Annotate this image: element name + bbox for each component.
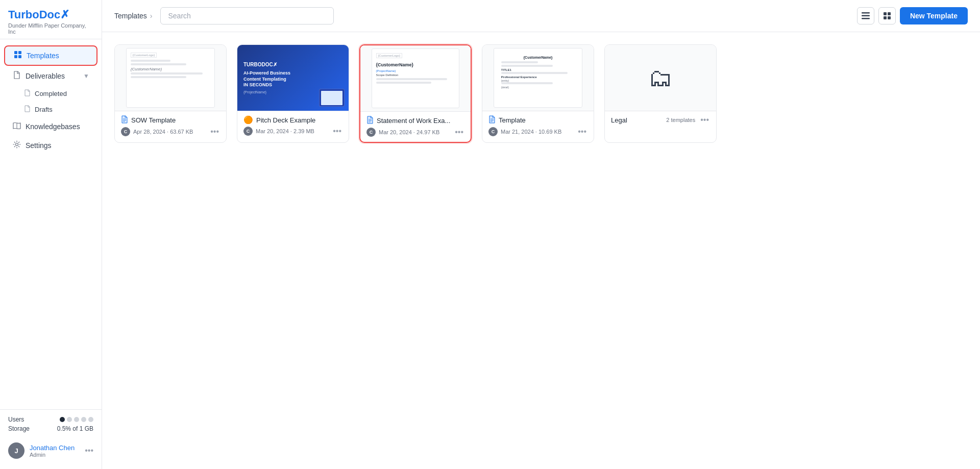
pitch-more-button[interactable]: ••• bbox=[332, 127, 342, 136]
toolbar-right: New Template bbox=[857, 7, 968, 24]
pitch-preview: TURBODOC✗ AI-Powered BusinessContent Tem… bbox=[237, 45, 349, 111]
svg-rect-0 bbox=[14, 51, 17, 54]
pitch-deck-icon: 🟠 bbox=[243, 115, 253, 125]
sow2-doc-preview: {CustomerLogo} {CustomerName} {ProjectNa… bbox=[372, 48, 460, 108]
drafts-icon bbox=[24, 105, 31, 114]
sidebar-item-drafts[interactable]: Drafts bbox=[4, 102, 97, 117]
pitch-screen bbox=[321, 91, 342, 105]
sow2-doc-icon bbox=[366, 116, 374, 126]
template-card-sow[interactable]: {CustomerLogo} {CustomerName} bbox=[114, 44, 227, 143]
user-role: Admin bbox=[30, 452, 80, 458]
user-info: Jonathan Chen Admin bbox=[30, 444, 80, 458]
templates-grid: {CustomerLogo} {CustomerName} bbox=[114, 44, 968, 143]
svg-rect-7 bbox=[862, 15, 870, 17]
pitch-meta: C Mar 20, 2024 · 2.39 MB ••• bbox=[237, 127, 349, 141]
sidebar-item-knowledgebases[interactable]: Knowledgebases bbox=[4, 118, 97, 135]
grid-view-button[interactable] bbox=[878, 7, 896, 24]
dot-3 bbox=[74, 417, 79, 422]
chevron-down-icon: ▼ bbox=[83, 72, 89, 80]
storage-label: Storage bbox=[8, 425, 30, 432]
user-more-icon[interactable]: ••• bbox=[85, 446, 93, 455]
user-dots bbox=[60, 416, 93, 423]
pitch-slide-title: AI-Powered BusinessContent TemplatingIN … bbox=[243, 70, 290, 88]
folder-card-legal[interactable]: 🗂 Legal 2 templates ••• bbox=[604, 44, 717, 143]
svg-rect-9 bbox=[884, 12, 887, 15]
sidebar-item-drafts-label: Drafts bbox=[35, 106, 53, 113]
sow-logo-placeholder: {CustomerLogo} bbox=[131, 53, 157, 58]
svg-rect-10 bbox=[888, 12, 891, 15]
svg-rect-3 bbox=[18, 55, 21, 58]
sow-preview: {CustomerLogo} {CustomerName} bbox=[115, 45, 226, 111]
svg-rect-6 bbox=[862, 12, 870, 14]
card-title-row: SOW Template bbox=[115, 111, 226, 127]
sidebar-item-deliverables-label: Deliverables bbox=[26, 72, 65, 80]
tmpl4-details: {detail} bbox=[501, 86, 575, 89]
knowledgebases-icon bbox=[12, 122, 21, 131]
sidebar-item-knowledgebases-label: Knowledgebases bbox=[26, 122, 80, 131]
svg-point-5 bbox=[16, 143, 18, 146]
sow-meta-avatar: C bbox=[121, 127, 130, 136]
doc-line bbox=[376, 78, 447, 80]
top-bar: Templates › New Temp bbox=[102, 0, 980, 32]
sow2-logo-placeholder: {CustomerLogo} bbox=[376, 53, 402, 58]
sow-doc-icon bbox=[121, 115, 128, 125]
new-template-button[interactable]: New Template bbox=[900, 7, 968, 24]
svg-rect-2 bbox=[14, 55, 17, 58]
tmpl4-section1: TITLE1 bbox=[501, 68, 575, 71]
sidebar-item-completed[interactable]: Completed bbox=[4, 86, 97, 101]
svg-rect-8 bbox=[862, 18, 870, 19]
breadcrumb-templates[interactable]: Templates bbox=[114, 12, 147, 20]
dot-4 bbox=[81, 417, 86, 422]
legal-folder-name: Legal bbox=[611, 116, 662, 124]
search-input[interactable] bbox=[160, 7, 334, 24]
logo-section: TurboDoc✗ Dunder Mifflin Paper Company, … bbox=[0, 0, 102, 39]
tmpl4-content: {CustomerName} TITLE1 Professional Exper… bbox=[498, 53, 578, 92]
pitch-meta-avatar: C bbox=[243, 127, 253, 136]
breadcrumb-separator: › bbox=[150, 12, 153, 20]
user-profile[interactable]: J Jonathan Chen Admin ••• bbox=[8, 438, 93, 463]
storage-value: 0.5% of 1 GB bbox=[57, 425, 93, 432]
sow2-title-row: Statement of Work Exa... bbox=[360, 112, 471, 128]
sow2-project-name: {ProjectName} bbox=[376, 69, 455, 72]
doc-line bbox=[131, 76, 186, 78]
tmpl4-meta-date: Mar 21, 2024 · 10.69 KB bbox=[501, 129, 574, 135]
avatar: J bbox=[8, 442, 24, 459]
legal-folder-more-button[interactable]: ••• bbox=[699, 115, 710, 125]
dot-2 bbox=[67, 417, 72, 422]
sow2-meta-avatar: C bbox=[366, 128, 376, 137]
dot-5 bbox=[88, 417, 93, 422]
sow-meta-date: Apr 28, 2024 · 63.67 KB bbox=[133, 129, 206, 135]
logo-icon: ✗ bbox=[60, 8, 69, 21]
tmpl4-title: Template bbox=[499, 116, 526, 124]
deliverables-icon bbox=[12, 71, 21, 81]
user-name: Jonathan Chen bbox=[30, 444, 80, 452]
pitch-laptop-graphic bbox=[319, 89, 345, 107]
tmpl4-more-button[interactable]: ••• bbox=[577, 127, 587, 136]
sow-meta: C Apr 28, 2024 · 63.67 KB ••• bbox=[115, 127, 226, 141]
doc-line bbox=[501, 61, 538, 63]
pitch-title-row: 🟠 Pitch Deck Example bbox=[237, 111, 349, 127]
tmpl4-preview: {CustomerName} TITLE1 Professional Exper… bbox=[482, 45, 594, 111]
sidebar-item-settings[interactable]: Settings bbox=[4, 136, 97, 155]
template-card-pitch[interactable]: TURBODOC✗ AI-Powered BusinessContent Tem… bbox=[237, 44, 349, 143]
template-card-template[interactable]: {CustomerName} TITLE1 Professional Exper… bbox=[482, 44, 594, 143]
list-view-icon bbox=[862, 12, 870, 19]
template-card-statement-of-work[interactable]: {CustomerLogo} {CustomerName} {ProjectNa… bbox=[359, 44, 472, 143]
sidebar-item-deliverables[interactable]: Deliverables ▼ bbox=[4, 67, 97, 85]
sidebar-footer: Users Storage 0.5% of 1 GB J Jonathan Ch… bbox=[0, 409, 102, 469]
pitch-title: Pitch Deck Example bbox=[256, 116, 315, 124]
sidebar-item-templates-label: Templates bbox=[27, 52, 59, 60]
sidebar-item-templates[interactable]: Templates bbox=[4, 45, 97, 66]
sow-customer-placeholder: {CustomerName} bbox=[131, 67, 210, 71]
sow2-preview: {CustomerLogo} {CustomerName} {ProjectNa… bbox=[360, 45, 471, 112]
sow-more-button[interactable]: ••• bbox=[209, 127, 220, 136]
sow2-title: Statement of Work Exa... bbox=[377, 117, 450, 125]
doc-line bbox=[501, 82, 553, 84]
dot-1 bbox=[60, 417, 65, 422]
storage-row: Storage 0.5% of 1 GB bbox=[8, 425, 93, 432]
grid-view-icon bbox=[884, 12, 891, 19]
sow2-scope: Scope Definition bbox=[376, 73, 455, 77]
list-view-button[interactable] bbox=[857, 7, 874, 24]
doc-line bbox=[501, 72, 568, 74]
sow2-more-button[interactable]: ••• bbox=[454, 128, 464, 137]
